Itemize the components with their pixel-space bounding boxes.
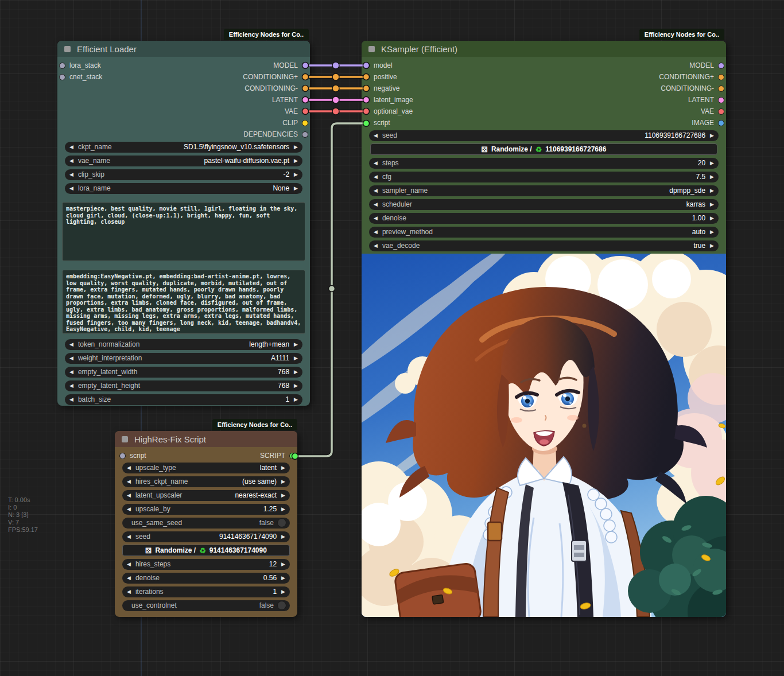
arrow-left-icon[interactable]: ◀ [65, 353, 78, 364]
collapse-box-icon[interactable] [368, 46, 375, 52]
negative-prompt-textarea[interactable]: embedding:EasyNegative.pt, embedding:bad… [62, 270, 305, 334]
port-dot[interactable] [302, 74, 308, 80]
node-efficient-loader[interactable]: Efficient Loader lora_stack cnet_stack M… [57, 41, 310, 406]
widget-empty_latent_height[interactable]: ◀ empty_latent_height 768 ▶ [65, 380, 302, 391]
arrow-left-icon[interactable]: ◀ [65, 183, 78, 194]
widget-sampler_name[interactable]: ◀ sampler_name dpmpp_sde ▶ [369, 185, 719, 196]
port-dot[interactable] [718, 108, 724, 115]
arrow-left-icon[interactable]: ◀ [369, 240, 382, 251]
toggle-knob[interactable] [277, 518, 286, 527]
node-ksampler-efficient[interactable]: KSampler (Efficient) model positive nega… [362, 41, 726, 617]
widget-clip_skip[interactable]: ◀ clip_skip -2 ▶ [65, 169, 302, 180]
widget-use_controlnet[interactable]: use_controlnet false [122, 600, 290, 611]
arrow-left-icon[interactable]: ◀ [65, 394, 78, 405]
arrow-left-icon[interactable]: ◀ [369, 158, 382, 169]
arrow-left-icon[interactable]: ◀ [369, 172, 382, 182]
port-dot[interactable] [289, 453, 296, 459]
arrow-left-icon[interactable]: ◀ [369, 185, 382, 196]
widget-lora_name[interactable]: ◀ lora_name None ▶ [65, 183, 302, 194]
arrow-left-icon[interactable]: ◀ [369, 213, 382, 224]
widget-vae_decode[interactable]: ◀ vae_decode true ▶ [369, 240, 719, 251]
randomize-button[interactable]: ⚄ Randomize / ♻ 1106939166727686 [370, 143, 717, 155]
arrow-left-icon[interactable]: ◀ [369, 199, 382, 210]
arrow-right-icon[interactable]: ▶ [289, 353, 302, 364]
arrow-right-icon[interactable]: ▶ [289, 339, 302, 350]
arrow-left-icon[interactable]: ◀ [122, 476, 135, 487]
arrow-right-icon[interactable]: ▶ [289, 394, 302, 405]
randomize-button[interactable]: ⚄ Randomize / ♻ 914146367174090 [122, 545, 290, 556]
port-dot[interactable] [718, 97, 724, 103]
arrow-right-icon[interactable]: ▶ [277, 559, 290, 570]
widget-preview_method[interactable]: ◀ preview_method auto ▶ [369, 227, 719, 238]
arrow-right-icon[interactable]: ▶ [277, 476, 290, 487]
arrow-left-icon[interactable]: ◀ [122, 490, 135, 501]
node-title-bar[interactable]: KSampler (Efficient) [362, 41, 726, 57]
port-dot[interactable] [302, 108, 308, 115]
widget-ckpt_name[interactable]: ◀ ckpt_name SD1.5\flyingsnow_v10.safeten… [65, 142, 302, 153]
arrow-right-icon[interactable]: ▶ [705, 199, 719, 210]
port-dot[interactable] [718, 74, 724, 80]
collapse-box-icon[interactable] [122, 436, 128, 442]
widget-upscale_type[interactable]: ◀ upscale_type latent ▶ [122, 463, 290, 473]
widget-iterations[interactable]: ◀ iterations 1 ▶ [122, 586, 290, 597]
collapse-box-icon[interactable] [64, 46, 71, 52]
node-title-bar[interactable]: Efficient Loader [57, 41, 310, 57]
arrow-right-icon[interactable]: ▶ [277, 531, 290, 542]
arrow-right-icon[interactable]: ▶ [705, 227, 719, 238]
port-dot[interactable] [302, 120, 308, 126]
node-title-bar[interactable]: HighRes-Fix Script [115, 431, 297, 447]
arrow-right-icon[interactable]: ▶ [289, 169, 302, 180]
widget-hires_steps[interactable]: ◀ hires_steps 12 ▶ [122, 559, 290, 570]
arrow-right-icon[interactable]: ▶ [277, 504, 290, 515]
widget-scheduler[interactable]: ◀ scheduler karras ▶ [369, 199, 719, 210]
arrow-right-icon[interactable]: ▶ [277, 586, 290, 597]
widget-vae_name[interactable]: ◀ vae_name pastel-waifu-diffusion.vae.pt… [65, 156, 302, 166]
arrow-left-icon[interactable]: ◀ [65, 142, 78, 153]
widget-use_same_seed[interactable]: use_same_seed false [122, 518, 290, 529]
arrow-right-icon[interactable]: ▶ [289, 183, 302, 194]
node-graph-canvas[interactable]: Efficiency Nodes for Co.. Efficiency Nod… [0, 0, 784, 676]
port-dot[interactable] [302, 63, 308, 69]
arrow-left-icon[interactable]: ◀ [122, 573, 135, 584]
arrow-left-icon[interactable]: ◀ [122, 463, 135, 473]
port-dot[interactable] [302, 131, 308, 138]
arrow-right-icon[interactable]: ▶ [705, 158, 719, 169]
port-dot[interactable] [718, 63, 724, 69]
arrow-left-icon[interactable]: ◀ [65, 169, 78, 180]
toggle-knob[interactable] [277, 601, 286, 610]
widget-cfg[interactable]: ◀ cfg 7.5 ▶ [369, 172, 719, 182]
arrow-right-icon[interactable]: ▶ [705, 185, 719, 196]
widget-denoise[interactable]: ◀ denoise 0.56 ▶ [122, 573, 290, 584]
arrow-right-icon[interactable]: ▶ [289, 142, 302, 153]
arrow-right-icon[interactable]: ▶ [705, 130, 719, 141]
widget-token_normalization[interactable]: ◀ token_normalization length+mean ▶ [65, 339, 302, 350]
widget-seed[interactable]: ◀ seed 1106939166727686 ▶ [369, 130, 719, 141]
widget-latent_upscaler[interactable]: ◀ latent_upscaler nearest-exact ▶ [122, 490, 290, 501]
widget-seed[interactable]: ◀ seed 914146367174090 ▶ [122, 531, 290, 542]
widget-hires_ckpt_name[interactable]: ◀ hires_ckpt_name (use same) ▶ [122, 476, 290, 487]
positive-prompt-textarea[interactable]: masterpiece, best quality, movie still, … [62, 202, 305, 261]
arrow-right-icon[interactable]: ▶ [277, 573, 290, 584]
port-dot[interactable] [302, 86, 308, 92]
arrow-right-icon[interactable]: ▶ [705, 213, 719, 224]
arrow-left-icon[interactable]: ◀ [65, 380, 78, 391]
arrow-right-icon[interactable]: ▶ [289, 367, 302, 378]
arrow-left-icon[interactable]: ◀ [122, 559, 135, 570]
arrow-right-icon[interactable]: ▶ [277, 490, 290, 501]
arrow-left-icon[interactable]: ◀ [65, 156, 78, 166]
arrow-left-icon[interactable]: ◀ [122, 531, 135, 542]
arrow-right-icon[interactable]: ▶ [289, 380, 302, 391]
widget-empty_latent_width[interactable]: ◀ empty_latent_width 768 ▶ [65, 367, 302, 378]
arrow-right-icon[interactable]: ▶ [705, 172, 719, 182]
arrow-left-icon[interactable]: ◀ [122, 586, 135, 597]
widget-batch_size[interactable]: ◀ batch_size 1 ▶ [65, 394, 302, 405]
port-dot[interactable] [718, 120, 724, 126]
arrow-left-icon[interactable]: ◀ [65, 367, 78, 378]
arrow-left-icon[interactable]: ◀ [65, 339, 78, 350]
arrow-right-icon[interactable]: ▶ [289, 156, 302, 166]
widget-steps[interactable]: ◀ steps 20 ▶ [369, 158, 719, 169]
arrow-right-icon[interactable]: ▶ [277, 463, 290, 473]
arrow-left-icon[interactable]: ◀ [122, 504, 135, 515]
widget-weight_interpretation[interactable]: ◀ weight_interpretation A1111 ▶ [65, 353, 302, 364]
arrow-right-icon[interactable]: ▶ [705, 240, 719, 251]
